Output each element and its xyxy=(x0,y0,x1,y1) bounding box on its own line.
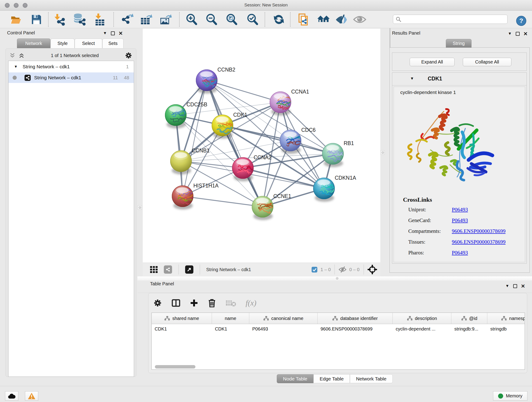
import-table-file-icon[interactable] xyxy=(93,13,107,26)
node-CDKN1A[interactable]: CDKN1A xyxy=(313,175,356,202)
show-all-icon[interactable] xyxy=(353,13,367,26)
function-builder-icon: f(x) xyxy=(246,299,256,307)
network-name: String Network – cdk1 xyxy=(34,75,81,80)
edge-CCNB2-CCNA1 xyxy=(207,80,280,102)
close-panel-icon[interactable]: ✕ xyxy=(524,32,528,36)
node-CCNB1[interactable]: CCNB1 xyxy=(170,148,210,174)
table-panel-title: Table Panel xyxy=(150,281,174,287)
export-image-icon[interactable] xyxy=(159,13,172,26)
close-panel-icon[interactable]: ✕ xyxy=(119,32,123,35)
network-options-gear-icon[interactable] xyxy=(125,51,133,59)
birds-eye-grid-icon[interactable] xyxy=(150,265,158,274)
node-CDC25B[interactable]: CDC25B xyxy=(165,102,207,128)
tab-node-table[interactable]: Node Table xyxy=(277,374,313,383)
zoom-out-icon[interactable] xyxy=(205,13,218,26)
crosslink-value-link[interactable]: P06493 xyxy=(452,250,468,261)
network-view-canvas[interactable]: CCNB2CCNA1CDC25BCDK1CDC6RB1CCNB1CCNA2CDK… xyxy=(143,28,380,263)
network-row[interactable]: String Network – cdk1 11 48 xyxy=(8,72,134,83)
zoom-selected-icon[interactable] xyxy=(246,13,259,26)
crosslink-row: Tissues: 9606.ENSP00000378699 xyxy=(408,239,523,250)
network-view-toolbar: String Network – cdk1 1 – 0 0 – 0 xyxy=(143,263,380,276)
column-header-canonical-name[interactable]: canonical name xyxy=(249,313,317,324)
column-header-description[interactable]: description xyxy=(393,313,451,324)
panel-menu-icon[interactable]: ▼ xyxy=(505,284,509,288)
node-label-CDC25B: CDC25B xyxy=(186,102,207,108)
delete-column-trash-icon[interactable] xyxy=(208,298,216,307)
search-input[interactable] xyxy=(401,16,507,23)
expand-all-networks-icon[interactable] xyxy=(18,52,25,59)
panel-menu-icon[interactable]: ▼ xyxy=(103,31,107,36)
tab-style[interactable]: Style xyxy=(51,38,75,48)
memory-button[interactable]: Memory xyxy=(493,391,527,401)
float-panel-icon[interactable] xyxy=(513,284,517,288)
table-cell: P06493 xyxy=(249,326,317,332)
node-HIST1H1A[interactable]: HIST1H1A xyxy=(172,183,219,210)
column-header-namespace[interactable]: namespace xyxy=(487,313,525,324)
column-header-shared-name[interactable]: shared name xyxy=(152,313,212,324)
column-header-database-identifier[interactable]: database identifier xyxy=(317,313,393,324)
crosslink-value-link[interactable]: 9606.ENSP00000378699 xyxy=(452,228,506,239)
horizontal-splitter[interactable] xyxy=(138,276,532,281)
expand-all-button[interactable]: Expand All xyxy=(410,58,455,66)
hide-selected-icon[interactable] xyxy=(335,13,348,26)
first-neighbors-icon[interactable] xyxy=(317,13,330,26)
tab-select[interactable]: Select xyxy=(75,38,102,48)
zoom-fit-icon[interactable] xyxy=(225,13,239,26)
save-session-icon[interactable] xyxy=(30,13,43,26)
table-row[interactable]: CDK1CDK1P064939606.ENSP00000378699cyclin… xyxy=(152,324,525,334)
column-header--id[interactable]: @id xyxy=(451,313,487,324)
import-network-database-icon[interactable] xyxy=(72,13,86,26)
show-columns-icon[interactable] xyxy=(171,298,181,307)
column-header-name[interactable]: name xyxy=(212,313,249,324)
right-splitter-handle[interactable] xyxy=(380,150,385,155)
gene-expander-icon[interactable]: ▼ xyxy=(410,76,414,81)
tab-network[interactable]: Network xyxy=(17,38,51,48)
edge-CCNB2-HIST1H1A xyxy=(183,80,207,196)
selected-count: 1 – 0 xyxy=(321,267,331,272)
warnings-button[interactable] xyxy=(25,391,38,401)
table-options-gear-icon[interactable] xyxy=(153,298,162,307)
crosslink-value-link[interactable]: 9606.ENSP00000378699 xyxy=(452,239,506,250)
tab-network-table[interactable]: Network Table xyxy=(350,374,393,383)
open-session-icon[interactable] xyxy=(9,13,23,26)
import-network-file-icon[interactable] xyxy=(53,13,66,26)
collection-expander-icon[interactable]: ▼ xyxy=(14,65,18,69)
crosslink-value-link[interactable]: P06493 xyxy=(452,207,468,217)
create-column-plus-icon[interactable] xyxy=(190,299,198,307)
node-RB1[interactable]: RB1 xyxy=(322,140,354,167)
node-CCNB2[interactable]: CCNB2 xyxy=(196,67,235,94)
panel-menu-icon[interactable]: ▼ xyxy=(508,32,512,36)
network-share-icon[interactable] xyxy=(164,265,172,274)
float-panel-icon[interactable] xyxy=(516,32,520,36)
node-CCNA1[interactable]: CCNA1 xyxy=(270,89,309,115)
export-table-icon[interactable] xyxy=(139,13,153,26)
node-label-CCNE1: CCNE1 xyxy=(273,193,291,199)
string-network-graph[interactable]: CCNB2CCNA1CDC25BCDK1CDC6RB1CCNB1CCNA2CDK… xyxy=(143,28,380,263)
toolbar-separator xyxy=(48,12,49,27)
collapse-all-networks-icon[interactable] xyxy=(9,52,16,59)
node-CCNE1[interactable]: CCNE1 xyxy=(252,193,291,220)
export-network-icon[interactable] xyxy=(120,13,134,26)
float-panel-icon[interactable] xyxy=(111,32,115,35)
horizontal-splitter-handle[interactable] xyxy=(336,277,338,280)
toolbar-separator xyxy=(114,12,114,27)
network-collection-row[interactable]: ▼ String Network – cdk1 1 xyxy=(8,61,134,72)
table-horizontal-scrollbar[interactable] xyxy=(155,365,196,369)
tab-sets[interactable]: Sets xyxy=(102,38,123,48)
crosslink-value-link[interactable]: P06493 xyxy=(452,217,468,228)
gene-section-header[interactable]: ▼ CDK1 xyxy=(392,73,526,85)
collapse-all-button[interactable]: Collapse All xyxy=(463,58,511,66)
zoom-in-icon[interactable] xyxy=(185,13,198,26)
close-panel-icon[interactable]: ✕ xyxy=(521,284,525,288)
results-tab-string[interactable]: String xyxy=(446,39,472,48)
crosslink-label: Tissues: xyxy=(408,239,452,250)
cloud-button[interactable] xyxy=(5,391,18,401)
open-in-window-icon[interactable] xyxy=(185,265,193,274)
tab-edge-table[interactable]: Edge Table xyxy=(313,374,350,383)
clone-network-icon[interactable] xyxy=(297,13,310,26)
apply-layout-icon[interactable] xyxy=(272,13,286,26)
left-splitter-handle[interactable] xyxy=(138,205,142,210)
results-panel: Results Panel ▼ ✕ String Expand All Coll… xyxy=(390,28,531,273)
center-view-crosshair-icon[interactable] xyxy=(367,265,377,274)
window-title: Session: New Session xyxy=(0,2,532,7)
